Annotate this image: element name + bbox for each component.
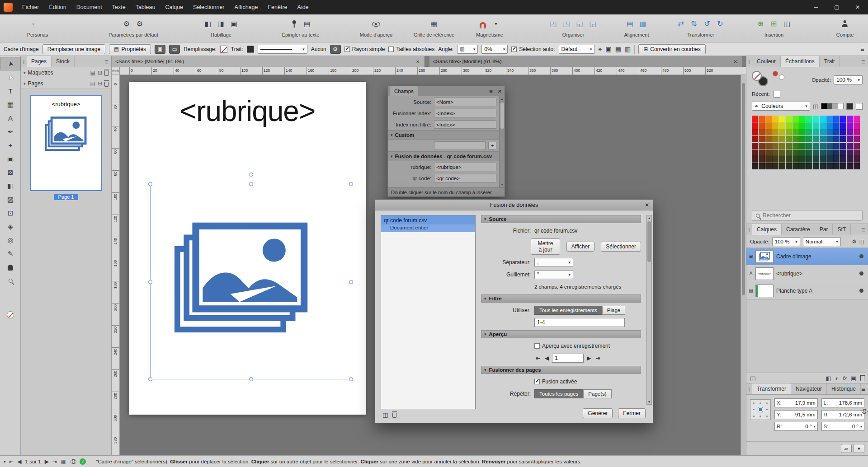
color-swatch[interactable] <box>759 129 765 135</box>
color-panel-tab[interactable]: Trait <box>820 56 840 67</box>
dialog-title-bar[interactable]: Fusion de données ✕ <box>375 200 653 210</box>
pin-to-text-icon[interactable] <box>289 18 300 30</box>
color-swatch[interactable] <box>806 136 812 142</box>
align-vertical-icon[interactable]: ▥ <box>637 18 648 30</box>
link-dimensions-icon[interactable] <box>860 409 867 413</box>
color-swatch[interactable] <box>793 136 799 142</box>
transform-mode-icon[interactable]: ▤ <box>615 46 621 52</box>
layer-visibility-toggle[interactable] <box>859 289 863 293</box>
flip-horizontal-icon[interactable]: ⇄ <box>676 18 687 30</box>
color-swatch[interactable] <box>854 136 860 142</box>
color-swatch[interactable] <box>826 136 833 142</box>
color-swatch[interactable] <box>765 143 772 149</box>
color-swatch[interactable] <box>833 116 840 122</box>
transform-options-icon[interactable]: ▱ <box>841 444 852 453</box>
palette-dropdown[interactable]: ✒Couleurs▾ <box>752 102 810 111</box>
scroll-up-icon[interactable]: ▲ <box>500 96 504 102</box>
color-swatch[interactable] <box>854 116 860 122</box>
y-field[interactable]: Y:91,5 mm <box>774 410 818 419</box>
close-tab-icon[interactable]: ✕ <box>733 59 738 64</box>
pages-panel-tab[interactable]: Stock <box>52 56 75 67</box>
selection-handle[interactable] <box>349 280 353 284</box>
color-swatch[interactable] <box>786 136 792 142</box>
last-record-icon[interactable]: ⇥ <box>594 355 602 361</box>
layers-panel-tab[interactable]: Par <box>815 224 833 235</box>
x-field[interactable]: X:17,9 mm <box>774 398 818 407</box>
stroke-swatch[interactable] <box>247 46 254 53</box>
color-swatch[interactable] <box>826 129 833 135</box>
color-panel-tab[interactable]: Couleur <box>752 56 781 67</box>
lock-icon[interactable]: ◫ <box>859 239 864 244</box>
color-swatch[interactable] <box>759 156 765 163</box>
secondary-color-well[interactable] <box>773 71 778 76</box>
color-picker-tool[interactable]: ◎ <box>0 233 21 247</box>
menu-item[interactable]: Fenêtre <box>263 0 292 14</box>
color-swatch[interactable] <box>806 129 812 135</box>
color-swatch[interactable] <box>806 122 812 129</box>
gradient-tool[interactable]: ◧ <box>0 179 21 192</box>
view-mode-icon[interactable]: ▦ <box>61 459 66 464</box>
color-swatch[interactable] <box>826 156 833 163</box>
color-swatch[interactable] <box>799 156 806 163</box>
color-swatch[interactable] <box>854 156 860 163</box>
color-swatch[interactable] <box>833 136 840 142</box>
selection-handle[interactable] <box>148 280 152 284</box>
page-view-icon[interactable]: ▤ <box>90 81 95 86</box>
merge-sources-list[interactable]: qr code forum.csv Document entier <box>381 215 476 409</box>
scrollbar-thumb[interactable] <box>647 221 651 262</box>
panel-drag-icon[interactable]: ∥ <box>746 59 752 64</box>
color-swatch[interactable] <box>765 129 772 135</box>
color-swatch[interactable] <box>752 116 758 122</box>
absolute-sizes-checkbox[interactable] <box>388 47 394 52</box>
chevron-down-icon[interactable]: ▾ <box>854 444 864 453</box>
layer-thumbnail[interactable] <box>755 250 774 263</box>
stroke-properties-icon[interactable]: ⚙ <box>330 45 341 54</box>
add-field-button[interactable]: + <box>488 142 496 149</box>
panel-menu-icon[interactable]: ≡ <box>861 58 868 65</box>
wrap-settings-icon[interactable]: ◧ <box>203 18 213 30</box>
next-record-icon[interactable]: ▶ <box>585 355 592 361</box>
width-field[interactable]: L:178,6 mm <box>821 398 865 407</box>
color-swatch[interactable] <box>793 163 799 169</box>
layers-opacity-dropdown[interactable]: 100 %▾ <box>772 237 800 246</box>
link-icon[interactable] <box>69 459 76 463</box>
color-swatch[interactable] <box>786 122 792 129</box>
color-swatch[interactable] <box>772 129 778 135</box>
color-swatch[interactable] <box>826 116 833 122</box>
insert-inside-icon[interactable]: ⊕ <box>755 18 766 30</box>
delete-master-icon[interactable] <box>104 71 108 76</box>
properties-button[interactable]: ▤Propriétés <box>109 44 151 54</box>
style-picker-tool[interactable]: ◈ <box>0 219 21 233</box>
color-swatch[interactable] <box>772 163 778 169</box>
color-swatch[interactable] <box>765 163 772 169</box>
color-swatch[interactable] <box>840 136 846 142</box>
color-swatch[interactable] <box>765 156 772 163</box>
color-swatch[interactable] <box>759 136 765 142</box>
preview-mode-icon[interactable] <box>371 18 382 30</box>
move-tool[interactable]: ➤ <box>0 57 21 70</box>
color-swatch[interactable] <box>820 122 826 129</box>
color-swatch[interactable] <box>799 116 806 122</box>
pin-options-icon[interactable]: ▤ <box>302 18 313 30</box>
add-page-icon[interactable]: ⊞ <box>98 81 102 86</box>
merge-source-item[interactable]: qr code forum.csv Document entier <box>381 215 475 232</box>
color-swatch[interactable] <box>833 149 840 156</box>
color-swatch[interactable] <box>806 116 812 122</box>
vector-crop-tool[interactable]: ⊠ <box>0 165 21 179</box>
minimize-button[interactable]: ─ <box>806 0 826 14</box>
selection-handle[interactable] <box>249 182 253 186</box>
color-swatch[interactable] <box>833 122 840 129</box>
insert-target-icon[interactable]: ⌖ <box>599 46 602 52</box>
range-input[interactable] <box>534 318 625 327</box>
color-swatch[interactable] <box>799 122 806 129</box>
panel-menu-icon[interactable]: ≡ <box>487 88 495 95</box>
color-swatch[interactable] <box>779 136 785 142</box>
fit-content-icon[interactable]: ▭ <box>169 45 180 54</box>
document-tab[interactable]: <Sans titre> [Modifié] (61.8%)✕ <box>429 56 743 67</box>
pen-tool[interactable]: ✒ <box>0 125 21 138</box>
transform-panel-tab[interactable]: Historique <box>827 383 861 394</box>
shear-field[interactable]: S:0 °▾ <box>821 422 865 431</box>
page-thumbnail[interactable]: <rubrique> <box>30 95 102 191</box>
color-swatch[interactable] <box>826 143 833 149</box>
new-layer-icon[interactable]: ▣ <box>851 375 856 381</box>
